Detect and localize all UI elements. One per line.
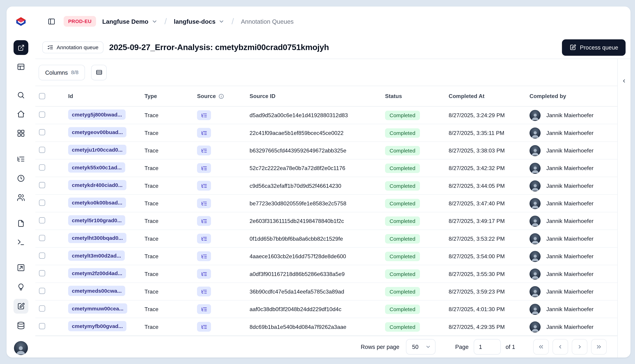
row-source-link[interactable] [197, 181, 211, 190]
previous-page-button[interactable] [552, 339, 568, 355]
table-row[interactable]: cmetyk55x00c1ad... Trace 52c72c2222ea78e… [35, 160, 617, 177]
row-source-link[interactable] [197, 216, 211, 226]
row-status-cell: Completed [385, 146, 449, 155]
langfuse-logo[interactable] [15, 15, 27, 28]
org-selector[interactable]: Langfuse Demo [102, 18, 157, 25]
row-id-link[interactable]: cmetylht300bqad0... [68, 232, 126, 243]
row-id-cell: cmetygeov00buad... [68, 127, 144, 139]
sidebar-toggle-button[interactable] [45, 15, 58, 28]
col-header-source-id[interactable]: Source ID [250, 93, 385, 99]
table-row[interactable]: cmetyju1r00ccad0... Trace b63297665cfd44… [35, 142, 617, 159]
sidebar-item-open-external[interactable] [14, 40, 28, 55]
row-checkbox[interactable] [39, 252, 45, 258]
table-row[interactable]: cmetykdr400ciad0... Trace c9d56ca32efaff… [35, 177, 617, 195]
columns-button[interactable]: Columns 8/8 [39, 65, 85, 80]
row-completed-at: 8/27/2025, 4:01:30 PM [449, 306, 530, 312]
row-checkbox[interactable] [39, 112, 45, 118]
table-row[interactable]: cmetyl5r100grad0... Trace 2e603f31361115… [35, 212, 617, 230]
sidebar-item-traces[interactable] [15, 153, 27, 165]
row-id-link[interactable]: cmetygeov00buad... [68, 127, 126, 137]
row-id-link[interactable]: cmetyko0k00bsad... [68, 198, 126, 208]
sidebar-item-search[interactable] [15, 89, 27, 101]
page-number-input[interactable] [474, 339, 501, 355]
sidebar-item-prompts[interactable] [15, 217, 27, 230]
row-id-link[interactable]: cmetylt3m00d2ad... [68, 250, 125, 260]
sidebar-item-evaluation[interactable] [15, 262, 27, 274]
page-header: Annotation queue 2025-09-27_Error-Analys… [35, 36, 630, 59]
process-queue-button[interactable]: Process queue [562, 39, 626, 56]
row-id-link[interactable]: cmetymeds00cwa... [68, 286, 125, 296]
table-row[interactable]: cmetymeds00cwa... Trace 36b90cdfc47e5da1… [35, 283, 617, 300]
row-id-link[interactable]: cmetyg5j800bwad... [68, 109, 126, 120]
sidebar-item-dashboards[interactable] [15, 127, 27, 139]
row-checkbox[interactable] [39, 164, 45, 170]
table-row[interactable]: cmetyko0k00bsad... Trace be7723e30d80205… [35, 195, 617, 212]
row-source-link[interactable] [197, 251, 211, 261]
row-checkbox[interactable] [39, 217, 45, 223]
row-user-avatar [529, 286, 541, 297]
sidebar-item-playground[interactable] [15, 236, 27, 248]
col-header-status[interactable]: Status [385, 93, 449, 99]
col-header-type[interactable]: Type [144, 93, 197, 99]
table-row[interactable]: cmetymyfb00gvad... Trace 8dc69b1ba1e540b… [35, 318, 617, 336]
last-page-button[interactable] [591, 339, 607, 355]
row-checkbox[interactable] [39, 288, 45, 294]
row-source-link[interactable] [197, 146, 211, 155]
row-source-link[interactable] [197, 163, 211, 173]
sidebar-item-annotation-queues[interactable] [14, 299, 28, 314]
table-row[interactable]: cmetymmuw00cea... Trace aaf0c38db0f3f204… [35, 300, 617, 318]
row-source-link[interactable] [197, 110, 211, 120]
row-user-avatar [529, 304, 541, 315]
row-id-cell: cmetyju1r00ccad0... [68, 144, 144, 156]
col-header-completed-by[interactable]: Completed by [529, 93, 617, 99]
row-id-link[interactable]: cmetyl5r100grad0... [68, 215, 125, 225]
row-source-link[interactable] [197, 128, 211, 138]
next-page-button[interactable] [572, 339, 587, 355]
row-id-link[interactable]: cmetymyfb00gvad... [68, 321, 126, 331]
row-checkbox[interactable] [39, 235, 45, 241]
table-row[interactable]: cmetyg5j800bwad... Trace d5ad9d52a00c6e1… [35, 107, 617, 124]
sidebar-item-users[interactable] [15, 192, 27, 204]
col-header-completed-at[interactable]: Completed At [449, 93, 530, 99]
sidebar-item-home[interactable] [15, 108, 27, 120]
select-all-checkbox[interactable] [39, 93, 45, 99]
row-id-link[interactable]: cmetykdr400ciad0... [68, 180, 126, 190]
row-id-link[interactable]: cmetyk55x00c1ad... [68, 162, 125, 172]
table-row[interactable]: cmetym2fz00d4ad... Trace a0df3f901167218… [35, 265, 617, 283]
first-page-button[interactable] [533, 339, 549, 355]
row-source-link[interactable] [197, 198, 211, 208]
table-row[interactable]: cmetylt3m00d2ad... Trace 4aaece1603cb2e1… [35, 248, 617, 265]
row-checkbox[interactable] [39, 305, 45, 311]
table-row[interactable]: cmetygeov00buad... Trace 22c41f09acae5b1… [35, 124, 617, 142]
row-id-link[interactable]: cmetyju1r00ccad0... [68, 144, 126, 155]
row-id-link[interactable]: cmetymmuw00cea... [68, 303, 127, 314]
row-checkbox[interactable] [39, 129, 45, 135]
row-checkbox[interactable] [39, 146, 45, 153]
row-source-link[interactable] [197, 269, 211, 279]
queue-type-chip[interactable]: Annotation queue [42, 42, 103, 54]
row-source-link[interactable] [197, 286, 211, 296]
row-checkbox[interactable] [39, 270, 45, 276]
project-selector[interactable]: langfuse-docs [174, 18, 225, 25]
col-header-source[interactable]: Source [197, 93, 250, 99]
table-row[interactable]: cmetylht300bqad0... Trace 0f1dd65b7bb9bf… [35, 230, 617, 248]
col-header-id[interactable]: Id [68, 93, 144, 99]
row-source-link[interactable] [197, 322, 211, 332]
row-checkbox[interactable] [39, 323, 45, 329]
sidebar-item-insights[interactable] [15, 281, 27, 293]
row-height-button[interactable] [91, 65, 107, 80]
sidebar-item-datasets[interactable] [15, 320, 27, 332]
rows-per-page-select[interactable]: 50 [406, 339, 436, 355]
row-checkbox[interactable] [39, 200, 45, 206]
expand-panel-button[interactable] [619, 75, 629, 86]
sidebar-item-tables[interactable] [15, 60, 27, 73]
sidebar-item-sessions[interactable] [15, 172, 27, 184]
info-icon[interactable] [218, 93, 224, 99]
row-checkbox[interactable] [39, 182, 45, 188]
row-source-link[interactable] [197, 234, 211, 244]
row-checkbox-cell [35, 112, 68, 119]
row-id-link[interactable]: cmetym2fz00d4ad... [68, 268, 126, 278]
col-header-type-label: Type [144, 93, 157, 99]
row-source-link[interactable] [197, 304, 211, 314]
user-avatar[interactable] [14, 341, 28, 355]
